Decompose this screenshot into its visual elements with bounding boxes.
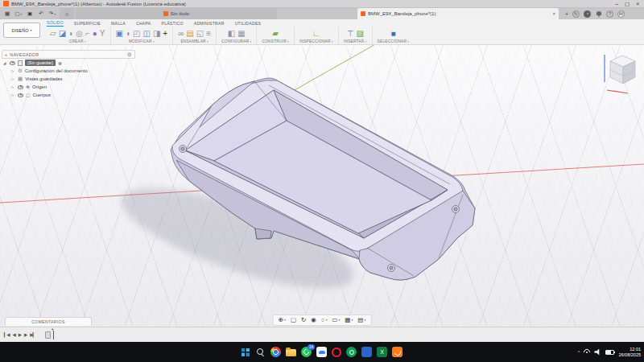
move-copy-icon[interactable]: + bbox=[163, 28, 167, 39]
look-at-icon[interactable]: ◉ bbox=[311, 316, 316, 324]
tab-superficie[interactable]: SUPERFICIE bbox=[74, 21, 101, 27]
extrude-icon[interactable]: ◪ bbox=[59, 28, 66, 39]
insert-derive-icon[interactable]: ⊤ bbox=[347, 28, 354, 39]
group-label[interactable]: INSPECCIONAR bbox=[299, 39, 333, 43]
group-label[interactable]: MODIFICAR bbox=[129, 39, 155, 43]
new-component-icon[interactable]: ▤ bbox=[186, 28, 193, 39]
collapse-panel-icon[interactable]: « bbox=[5, 52, 7, 57]
group-label[interactable]: CREAR bbox=[69, 39, 86, 43]
tab-chapa[interactable]: CHAPA bbox=[136, 21, 151, 27]
browser-node-named-views[interactable]: ▷ ▦ Vistas guardadas bbox=[2, 75, 135, 83]
configure-icon[interactable]: ◧ bbox=[228, 28, 235, 39]
shell-icon[interactable]: ◰ bbox=[133, 28, 140, 39]
minimize-button[interactable]: – bbox=[615, 1, 618, 7]
maximize-button[interactable]: ▢ bbox=[625, 1, 630, 7]
new-tab-button[interactable]: + bbox=[565, 11, 568, 17]
viewports-icon[interactable]: ▤▾ bbox=[357, 316, 365, 324]
bell-icon[interactable] bbox=[595, 10, 602, 18]
group-label[interactable]: CONFIGURAR bbox=[221, 39, 251, 43]
viewport-canvas[interactable]: « NAVEGADOR ⚙ ◢ (Sin guardar) ⊗ ▷ ⚙ Conf… bbox=[0, 45, 644, 327]
pipe-icon[interactable]: Y bbox=[100, 28, 105, 39]
hole-icon[interactable]: ◎ bbox=[76, 28, 83, 39]
tab-administrar[interactable]: ADMINISTRAR bbox=[194, 21, 225, 27]
battery-icon[interactable] bbox=[605, 350, 614, 355]
fit-icon[interactable]: ▢ bbox=[291, 316, 296, 324]
play-icon[interactable]: ▶ bbox=[19, 332, 21, 337]
group-label[interactable]: SELECCIONAR bbox=[378, 39, 410, 43]
browser-node-bodies[interactable]: ▷ ◻ Cuerpos bbox=[2, 91, 135, 99]
office-app-icon[interactable] bbox=[361, 347, 372, 357]
browser-node-document-settings[interactable]: ▷ ⚙ Configuración del documento bbox=[2, 67, 135, 75]
opera-icon[interactable] bbox=[332, 348, 341, 357]
document-tab-bmw[interactable]: BMW_E9X_Bandeja_phone*(1) × bbox=[357, 8, 559, 19]
expand-icon[interactable]: ◢ bbox=[3, 61, 7, 65]
fusion-icon[interactable] bbox=[392, 347, 402, 357]
step-back-icon[interactable]: ◀ bbox=[12, 332, 14, 337]
visibility-eye-icon[interactable] bbox=[18, 85, 23, 89]
tab-malla[interactable]: MALLA bbox=[111, 21, 126, 27]
configuration-table-icon[interactable]: ▦ bbox=[237, 28, 245, 39]
search-button[interactable] bbox=[254, 347, 266, 358]
root-document-name[interactable]: (Sin guardar) bbox=[25, 60, 56, 66]
go-to-end-icon[interactable]: ▶▎ bbox=[30, 332, 35, 337]
tab-plastico[interactable]: PLÁSTICO bbox=[161, 21, 183, 27]
select-icon[interactable]: ■ bbox=[390, 28, 395, 39]
derive-icon[interactable]: ⌐ bbox=[85, 28, 90, 39]
construction-plane-icon[interactable]: ▰ bbox=[272, 28, 279, 39]
app-grid-icon[interactable]: ▦ bbox=[2, 8, 12, 19]
photos-app-icon[interactable] bbox=[316, 347, 327, 357]
fillet-icon[interactable]: ◖ bbox=[126, 28, 130, 39]
timeline-position-marker[interactable] bbox=[53, 331, 54, 339]
gear-icon[interactable]: ⚙ bbox=[127, 51, 132, 58]
view-cube[interactable] bbox=[597, 48, 641, 95]
close-button[interactable]: × bbox=[636, 1, 639, 7]
grid-snaps-icon[interactable]: ▦▾ bbox=[345, 316, 353, 324]
expand-icon[interactable]: ▷ bbox=[11, 77, 15, 81]
press-pull-icon[interactable]: ▣ bbox=[116, 28, 123, 39]
close-tab-icon[interactable]: × bbox=[552, 11, 555, 16]
file-menu-icon[interactable]: ▢▾ bbox=[14, 8, 23, 20]
pan-icon[interactable]: ⊕▾ bbox=[279, 316, 286, 324]
help-icon[interactable]: ? bbox=[606, 10, 613, 18]
form-icon[interactable]: ● bbox=[93, 28, 97, 39]
whatsapp-icon[interactable]: 14 bbox=[301, 347, 312, 357]
wifi-icon[interactable] bbox=[583, 348, 592, 356]
job-status-icon[interactable]: ↻ bbox=[572, 10, 580, 18]
expand-icon[interactable]: ▷ bbox=[11, 69, 15, 73]
group-label[interactable]: CONSTRUIR bbox=[262, 39, 288, 43]
file-explorer-icon[interactable] bbox=[286, 349, 296, 356]
revolve-icon[interactable]: ◗ bbox=[68, 28, 73, 39]
measure-icon[interactable]: ∟ bbox=[312, 28, 320, 39]
chrome-icon[interactable] bbox=[270, 347, 281, 357]
expand-icon[interactable]: ▷ bbox=[11, 85, 15, 89]
comments-panel[interactable]: COMENTARIOS bbox=[5, 317, 92, 326]
hidden-icons-chevron[interactable]: ^ bbox=[578, 350, 580, 355]
taskbar-clock[interactable]: 12:01 26/08/2025 bbox=[618, 347, 641, 357]
visibility-eye-icon[interactable] bbox=[10, 61, 15, 65]
home-tab[interactable]: ⌂ bbox=[60, 8, 74, 19]
orbit-icon[interactable]: ↻ bbox=[301, 316, 306, 324]
tab-solido[interactable]: SÓLIDO bbox=[47, 20, 64, 27]
save-icon[interactable]: ▣ bbox=[25, 8, 35, 19]
tab-utilidades[interactable]: UTILIDADES bbox=[235, 21, 262, 27]
bom-icon[interactable]: ≡ bbox=[206, 28, 211, 39]
design-workspace-selector[interactable]: DISEÑO bbox=[3, 23, 40, 38]
redo-icon[interactable]: ↷▾ bbox=[47, 8, 57, 20]
group-label[interactable]: ENSAMBLAR bbox=[180, 39, 208, 43]
split-body-icon[interactable]: ◨ bbox=[153, 28, 160, 39]
volume-icon[interactable] bbox=[594, 349, 601, 356]
zoom-icon[interactable]: ○▾ bbox=[321, 316, 327, 324]
notifications-icon[interactable]: ◔ bbox=[584, 10, 591, 18]
green-app-icon[interactable] bbox=[346, 347, 357, 357]
avatar[interactable]: AV bbox=[617, 10, 625, 18]
group-label[interactable]: INSERTAR bbox=[344, 39, 367, 43]
browser-node-origin[interactable]: ▷ ◈ Origen bbox=[2, 83, 135, 91]
combine-icon[interactable]: ◫ bbox=[142, 28, 150, 39]
link-icon[interactable]: ∞ bbox=[178, 28, 184, 39]
expand-icon[interactable]: ▷ bbox=[11, 93, 15, 97]
joint-icon[interactable]: ◱ bbox=[196, 28, 204, 39]
visibility-eye-icon[interactable] bbox=[18, 93, 23, 97]
start-button[interactable] bbox=[242, 348, 250, 356]
display-settings-icon[interactable]: ▭▾ bbox=[332, 316, 340, 324]
create-sketch-icon[interactable]: ▱ bbox=[50, 28, 56, 39]
